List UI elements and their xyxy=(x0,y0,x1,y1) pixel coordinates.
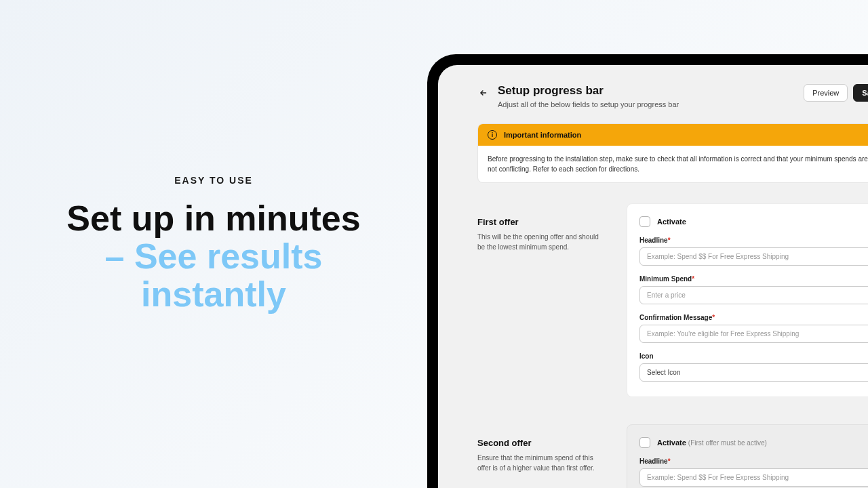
second-offer-activate-label: Activate (First offer must be active) xyxy=(657,439,767,447)
first-offer-section: First offer This will be the opening off… xyxy=(477,203,868,397)
info-banner: i Important information Before progressi… xyxy=(477,123,868,183)
first-headline-input[interactable] xyxy=(639,247,868,266)
first-headline-label: Headline* xyxy=(639,237,868,244)
first-confirm-label: Confirmation Message* xyxy=(639,314,868,321)
page-subtitle: Adjust all of the below fields to setup … xyxy=(498,100,679,108)
first-confirm-input[interactable] xyxy=(639,325,868,343)
marketing-headline-line2b: instantly xyxy=(141,275,286,313)
second-headline-label: Headline* xyxy=(639,458,868,465)
second-offer-section: Second offer Ensure that the minimum spe… xyxy=(477,424,868,488)
banner-body: Before progressing to the installation s… xyxy=(478,146,868,182)
first-icon-label: Icon xyxy=(639,352,868,360)
back-arrow-icon[interactable] xyxy=(477,87,490,99)
marketing-headline-line1: Set up in minutes xyxy=(66,199,360,237)
second-offer-title: Second offer xyxy=(477,438,599,448)
first-offer-activate-label: Activate xyxy=(657,218,686,226)
second-headline-input[interactable] xyxy=(639,468,868,487)
marketing-headline-line2a: – See results xyxy=(105,237,323,275)
device-frame: Setup progress bar Adjust all of the bel… xyxy=(427,54,868,488)
preview-button[interactable]: Preview xyxy=(804,84,848,102)
first-offer-desc: This will be the opening offer and shoul… xyxy=(477,232,599,252)
save-button[interactable]: Save xyxy=(853,84,868,102)
first-icon-select[interactable]: Select Icon xyxy=(639,363,868,382)
second-offer-activate-checkbox[interactable] xyxy=(639,437,650,448)
first-offer-card: Activate Headline* Minimum Spend* Confir… xyxy=(627,203,868,397)
app-header: Setup progress bar Adjust all of the bel… xyxy=(477,84,868,108)
banner-title: Important information xyxy=(504,131,581,139)
first-offer-activate-checkbox[interactable] xyxy=(639,216,650,227)
first-offer-title: First offer xyxy=(477,217,599,227)
second-offer-desc: Ensure that the minimum spend of this of… xyxy=(477,453,599,473)
info-icon: i xyxy=(488,130,497,140)
first-minspend-label: Minimum Spend* xyxy=(639,275,868,283)
second-offer-card: Activate (First offer must be active) He… xyxy=(627,424,868,488)
marketing-pane: EASY TO USE Set up in minutes – See resu… xyxy=(0,0,427,488)
first-minspend-input[interactable] xyxy=(639,286,868,304)
marketing-eyebrow: EASY TO USE xyxy=(174,175,253,186)
app-screen: Setup progress bar Adjust all of the bel… xyxy=(438,65,868,488)
page-title: Setup progress bar xyxy=(498,84,679,98)
